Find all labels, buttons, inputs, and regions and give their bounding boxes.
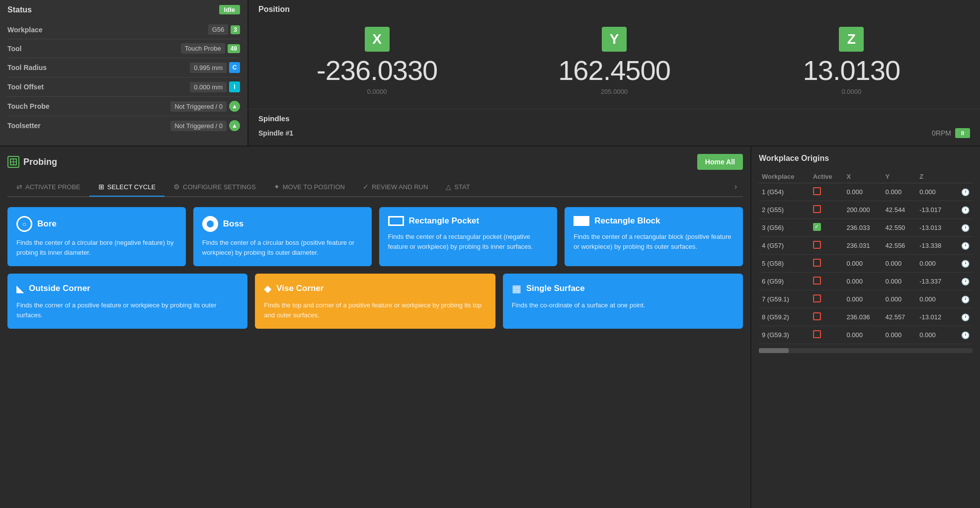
wp-scrollbar-thumb[interactable] <box>759 348 789 353</box>
wp-x: 0.000 <box>843 326 882 344</box>
cycle-boss[interactable]: Boss Finds the center of a circular boss… <box>193 207 372 266</box>
tab-more[interactable]: › <box>729 177 743 196</box>
inactive-checkbox[interactable] <box>813 294 821 302</box>
y-label: Y <box>602 27 627 52</box>
table-row[interactable]: 9 (G59.3) 0.000 0.000 0.000 🕐 <box>759 326 973 344</box>
status-panel: Status Idle Workplace G56 3 Tool Touch P… <box>0 0 248 145</box>
tool-radius-text: 0.995 mm <box>190 63 227 73</box>
tab-activate-label: ACTIVATE PROBE <box>25 183 81 191</box>
table-row[interactable]: 6 (G59) 0.000 0.000 -13.337 🕐 <box>759 273 973 290</box>
spindle1-toggle[interactable]: II <box>955 128 970 138</box>
select-cycle-icon: ⊞ <box>98 183 104 191</box>
cycle-rect-block[interactable]: Rectangle Block Finds the center of a re… <box>565 207 743 266</box>
wp-clock[interactable]: 🕐 <box>954 237 973 255</box>
clock-icon[interactable]: 🕐 <box>961 295 970 303</box>
inactive-checkbox[interactable] <box>813 277 821 285</box>
wp-active[interactable] <box>810 237 844 255</box>
tool-offset-icon[interactable]: I <box>229 81 240 92</box>
cycles-grid-row1: ○ Bore Finds the center of a circular bo… <box>7 207 743 266</box>
tab-review-run[interactable]: ✓ REVIEW AND RUN <box>354 178 437 196</box>
spindle1-rpm-section: 0RPM II <box>932 128 970 138</box>
wp-active[interactable] <box>810 273 844 290</box>
table-row[interactable]: 2 (G55) 200.000 42.544 -13.017 🕐 <box>759 201 973 219</box>
tool-label: Tool <box>7 45 22 53</box>
wp-y: 0.000 <box>883 183 917 201</box>
x-value: -236.0330 <box>258 54 495 86</box>
wp-active[interactable] <box>810 290 844 308</box>
col-active: Active <box>810 170 844 183</box>
inactive-checkbox[interactable] <box>813 241 821 249</box>
wp-clock[interactable]: 🕐 <box>954 326 973 344</box>
workplace-label: Workplace <box>7 26 43 34</box>
tab-activate-probe[interactable]: ⇄ ACTIVATE PROBE <box>7 178 89 196</box>
vise-corner-header: ◆ Vise Corner <box>264 283 486 294</box>
wp-active[interactable] <box>810 326 844 344</box>
inactive-checkbox[interactable] <box>813 205 821 213</box>
wp-y: 42.557 <box>883 308 917 326</box>
tool-radius-value: 0.995 mm C <box>190 62 240 73</box>
cycle-bore[interactable]: ○ Bore Finds the center of a circular bo… <box>7 207 186 266</box>
vise-corner-icon: ◆ <box>264 283 271 294</box>
home-all-button[interactable]: Home All <box>697 154 743 170</box>
wp-active[interactable] <box>810 255 844 273</box>
clock-icon[interactable]: 🕐 <box>961 188 970 196</box>
tab-move-to-position[interactable]: ✦ MOVE TO POSITION <box>265 178 354 196</box>
wp-clock[interactable]: 🕐 <box>954 219 973 237</box>
tab-select-cycle[interactable]: ⊞ SELECT CYCLE <box>89 178 164 197</box>
wp-y: 0.000 <box>883 290 917 308</box>
wp-clock[interactable]: 🕐 <box>954 201 973 219</box>
table-row[interactable]: 4 (G57) 236.031 42.556 -13.338 🕐 <box>759 237 973 255</box>
clock-icon[interactable]: 🕐 <box>961 242 970 250</box>
wp-scrollbar[interactable] <box>759 348 973 353</box>
wp-z: -13.017 <box>916 201 953 219</box>
cycle-vise-corner[interactable]: ◆ Vise Corner Finds the top and corner o… <box>255 274 495 329</box>
spindle1-name: Spindle #1 <box>258 129 293 137</box>
active-checkbox[interactable] <box>813 223 821 231</box>
clock-icon[interactable]: 🕐 <box>961 331 970 339</box>
clock-icon[interactable]: 🕐 <box>961 278 970 286</box>
table-row[interactable]: 1 (G54) 0.000 0.000 0.000 🕐 <box>759 183 973 201</box>
table-row[interactable]: 5 (G58) 0.000 0.000 0.000 🕐 <box>759 255 973 273</box>
wp-active[interactable] <box>810 219 844 237</box>
table-row[interactable]: 7 (G59.1) 0.000 0.000 0.000 🕐 <box>759 290 973 308</box>
vise-corner-desc: Finds the top and corner of a positive f… <box>264 300 486 320</box>
inactive-checkbox[interactable] <box>813 330 821 338</box>
boss-header: Boss <box>202 216 363 232</box>
toolsetter-icon: ▲ <box>229 120 240 131</box>
wp-active[interactable] <box>810 201 844 219</box>
wp-clock[interactable]: 🕐 <box>954 290 973 308</box>
table-row[interactable]: 3 (G56) 236.033 42.550 -13.013 🕐 <box>759 219 973 237</box>
clock-icon[interactable]: 🕐 <box>961 260 970 268</box>
tab-configure-settings[interactable]: ⚙ CONFIGURE SETTINGS <box>164 178 265 196</box>
wp-x: 236.036 <box>843 308 882 326</box>
clock-icon[interactable]: 🕐 <box>961 313 970 321</box>
outside-corner-title: Outside Corner <box>29 284 90 293</box>
wp-name: 8 (G59.2) <box>759 308 810 326</box>
clock-icon[interactable]: 🕐 <box>961 206 970 214</box>
wp-active[interactable] <box>810 183 844 201</box>
col-z: Z <box>916 170 953 183</box>
wp-active[interactable] <box>810 308 844 326</box>
cycle-outside-corner[interactable]: ◣ Outside Corner Finds the corner of a p… <box>7 274 247 329</box>
wp-clock[interactable]: 🕐 <box>954 255 973 273</box>
cycle-rect-pocket[interactable]: Rectangle Pocket Finds the center of a r… <box>379 207 558 266</box>
bore-icon: ○ <box>16 216 32 232</box>
wp-z: -13.012 <box>916 308 953 326</box>
inactive-checkbox[interactable] <box>813 187 821 195</box>
inactive-checkbox[interactable] <box>813 312 821 320</box>
wp-clock[interactable]: 🕐 <box>954 273 973 290</box>
cycle-single-surface[interactable]: ▦ Single Surface Finds the co-ordinate o… <box>503 274 743 329</box>
tool-radius-icon[interactable]: C <box>229 62 240 73</box>
wp-clock[interactable]: 🕐 <box>954 308 973 326</box>
tab-stat[interactable]: △ STAT <box>437 178 479 196</box>
wp-clock[interactable]: 🕐 <box>954 183 973 201</box>
probing-tabs: ⇄ ACTIVATE PROBE ⊞ SELECT CYCLE ⚙ CONFIG… <box>7 177 743 197</box>
cycles-grid-row2: ◣ Outside Corner Finds the corner of a p… <box>7 274 743 329</box>
spindles-wrapper: Spindles Spindle #1 0RPM II <box>248 109 980 145</box>
wp-x: 0.000 <box>843 183 882 201</box>
table-row[interactable]: 8 (G59.2) 236.036 42.557 -13.012 🕐 <box>759 308 973 326</box>
probing-title: Probing <box>23 157 57 167</box>
probing-panel: Probing Home All ⇄ ACTIVATE PROBE ⊞ SELE… <box>0 146 751 508</box>
inactive-checkbox[interactable] <box>813 259 821 267</box>
clock-icon[interactable]: 🕐 <box>961 224 970 232</box>
